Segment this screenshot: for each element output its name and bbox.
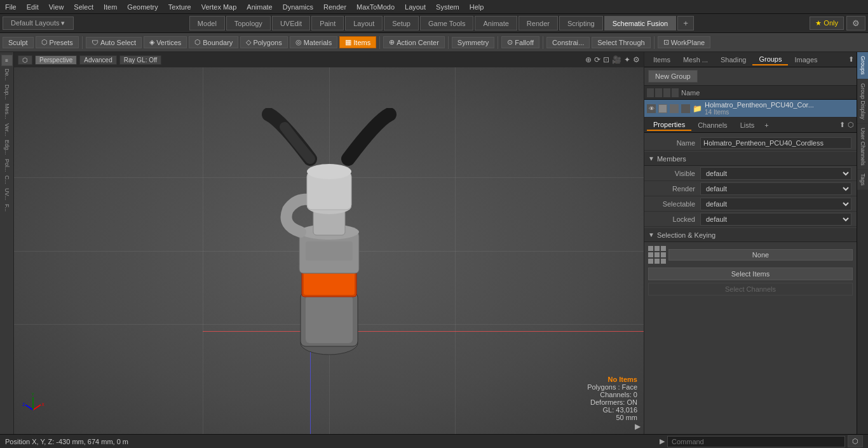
left-icon-1[interactable]: ≡ bbox=[1, 55, 13, 66]
viewport-settings-icon[interactable]: ⚙ bbox=[633, 55, 640, 64]
sculpt-button[interactable]: Sculpt bbox=[3, 37, 34, 48]
left-label-polygon[interactable]: Pol... bbox=[3, 158, 11, 173]
tab-scripting[interactable]: Scripting bbox=[559, 16, 603, 31]
group-info-icon[interactable] bbox=[681, 104, 690, 113]
menu-texture[interactable]: Texture bbox=[163, 2, 196, 12]
advanced-button[interactable]: Advanced bbox=[79, 55, 116, 65]
tab-animate[interactable]: Animate bbox=[475, 16, 517, 31]
menu-edit[interactable]: Edit bbox=[22, 2, 44, 12]
menu-help[interactable]: Help bbox=[465, 2, 489, 12]
menu-animate[interactable]: Animate bbox=[241, 2, 277, 12]
tab-plus[interactable]: + bbox=[677, 16, 694, 31]
tab-model[interactable]: Model bbox=[189, 16, 225, 31]
action-center-button[interactable]: ⊕ Action Center bbox=[383, 36, 445, 48]
selectable-select[interactable]: default bbox=[700, 198, 851, 210]
menu-system[interactable]: System bbox=[431, 2, 465, 12]
tab-schematic-fusion[interactable]: Schematic Fusion bbox=[604, 16, 676, 31]
menu-select[interactable]: Select bbox=[69, 2, 98, 12]
rp-tab-images[interactable]: Images bbox=[788, 55, 824, 65]
group-lock-icon[interactable] bbox=[670, 104, 679, 113]
select-through-button[interactable]: Select Through bbox=[592, 37, 650, 48]
left-label-uv[interactable]: UV... bbox=[3, 187, 11, 201]
select-channels-button[interactable]: Select Channels bbox=[648, 283, 853, 295]
left-label-falloff[interactable]: F... bbox=[3, 203, 11, 213]
viewport-render-icon[interactable]: ✦ bbox=[624, 55, 630, 64]
tab-uvedit[interactable]: UVEdit bbox=[272, 16, 310, 31]
viewport-camera-icon[interactable]: 🎥 bbox=[612, 55, 621, 64]
tab-setup[interactable]: Setup bbox=[384, 16, 419, 31]
rs-tab-tags[interactable]: Tags bbox=[857, 170, 868, 190]
visible-select[interactable]: default bbox=[700, 167, 851, 180]
rp-tab-groups[interactable]: Groups bbox=[752, 54, 788, 65]
menu-vertex-map[interactable]: Vertex Map bbox=[196, 2, 242, 12]
menu-item[interactable]: Item bbox=[98, 2, 122, 12]
name-input[interactable] bbox=[700, 137, 851, 149]
presets-button[interactable]: ⬡ Presets bbox=[36, 36, 79, 48]
viewport-mode-toggle[interactable]: ⬡ bbox=[18, 55, 32, 65]
ray-gl-button[interactable]: Ray GL: Off bbox=[119, 55, 162, 65]
viewport-orient-icon[interactable]: ⊕ bbox=[585, 55, 592, 64]
none-button[interactable]: None bbox=[668, 249, 853, 261]
workplane-button[interactable]: ⊡ WorkPlane bbox=[658, 36, 711, 48]
menu-geometry[interactable]: Geometry bbox=[122, 2, 163, 12]
prop-tab-channels[interactable]: Channels bbox=[691, 120, 733, 130]
sel-keying-section[interactable]: ▼ Selection & Keying bbox=[644, 228, 857, 242]
command-execute-button[interactable]: ⬡ bbox=[848, 435, 863, 447]
new-group-button[interactable]: New Group bbox=[648, 70, 698, 83]
tab-paint[interactable]: Paint bbox=[311, 16, 344, 31]
menu-maxtomodo[interactable]: MaxToModo bbox=[351, 2, 400, 12]
left-label-mesh[interactable]: Mes... bbox=[3, 102, 11, 121]
menu-file[interactable]: File bbox=[0, 2, 22, 12]
rp-tab-mesh[interactable]: Mesh ... bbox=[677, 55, 714, 65]
group-item[interactable]: 👁 📁 Holmatro_Pentheon_PCU40_Cor... 14 It… bbox=[644, 100, 857, 118]
group-eye-icon[interactable]: 👁 bbox=[647, 104, 656, 113]
star-button[interactable]: ★ Only bbox=[810, 17, 844, 30]
command-input[interactable] bbox=[667, 436, 845, 447]
tab-topology[interactable]: Topology bbox=[226, 16, 271, 31]
rs-tab-group-display[interactable]: Group Display bbox=[857, 79, 868, 124]
members-section[interactable]: ▼ Members bbox=[644, 152, 857, 166]
render-select[interactable]: default bbox=[700, 182, 851, 195]
menu-dynamics[interactable]: Dynamics bbox=[278, 2, 318, 12]
locked-select[interactable]: default bbox=[700, 213, 851, 226]
viewport-zoom-icon[interactable]: ⟳ bbox=[594, 55, 600, 64]
tab-game-tools[interactable]: Game Tools bbox=[420, 16, 474, 31]
rs-tab-user-channels[interactable]: User Channels bbox=[857, 124, 868, 170]
vertices-button[interactable]: ◈ Vertices bbox=[144, 36, 187, 48]
materials-button[interactable]: ◎ Materials bbox=[290, 36, 338, 48]
tab-render[interactable]: Render bbox=[519, 16, 558, 31]
items-button[interactable]: ▦ Items bbox=[339, 36, 376, 48]
viewport[interactable]: ⬡ Perspective Advanced Ray GL: Off ⊕ ⟳ ⊡… bbox=[14, 52, 644, 434]
menu-layout[interactable]: Layout bbox=[400, 2, 431, 12]
prop-tab-properties[interactable]: Properties bbox=[647, 119, 691, 131]
rs-tab-groups[interactable]: Groups bbox=[857, 52, 868, 79]
prop-detach-icon[interactable]: ⬡ bbox=[848, 121, 854, 129]
left-label-edge[interactable]: Edg... bbox=[3, 139, 11, 156]
left-label-duplicate[interactable]: Dup... bbox=[3, 83, 11, 101]
auto-select-button[interactable]: 🛡 Auto Select bbox=[86, 37, 142, 48]
polygons-button[interactable]: ◇ Polygons bbox=[240, 36, 287, 48]
rp-expand-icon[interactable]: ⬆ bbox=[848, 55, 854, 64]
tab-layout[interactable]: Layout bbox=[345, 16, 383, 31]
left-label-camera[interactable]: C... bbox=[3, 174, 11, 186]
falloff-button[interactable]: ⊙ Falloff bbox=[501, 36, 539, 48]
gear-button[interactable]: ⚙ bbox=[846, 16, 865, 31]
left-label-deformers[interactable]: De... bbox=[3, 67, 11, 82]
constraints-button[interactable]: Constrai... bbox=[546, 37, 590, 48]
boundary-button[interactable]: ⬡ Boundary bbox=[189, 36, 238, 48]
prop-tab-lists[interactable]: Lists bbox=[734, 120, 761, 130]
menu-render[interactable]: Render bbox=[318, 2, 351, 12]
layout-dropdown[interactable]: Default Layouts ▾ bbox=[3, 17, 74, 30]
symmetry-button[interactable]: Symmetry bbox=[452, 37, 495, 48]
rp-tab-items[interactable]: Items bbox=[647, 55, 677, 65]
canvas-area[interactable]: No Items Polygons : Face Channels: 0 Def… bbox=[14, 67, 644, 434]
menu-view[interactable]: View bbox=[44, 2, 69, 12]
select-items-button[interactable]: Select Items bbox=[648, 268, 853, 280]
rp-tab-shading[interactable]: Shading bbox=[714, 55, 752, 65]
perspective-button[interactable]: Perspective bbox=[35, 55, 77, 65]
prop-tab-plus[interactable]: + bbox=[761, 120, 772, 130]
left-label-vertices[interactable]: Ver... bbox=[3, 122, 11, 138]
viewport-expand-button[interactable]: ▶ bbox=[635, 422, 641, 431]
prop-collapse-icon[interactable]: ⬆ bbox=[839, 121, 845, 129]
viewport-fit-icon[interactable]: ⊡ bbox=[603, 55, 609, 64]
